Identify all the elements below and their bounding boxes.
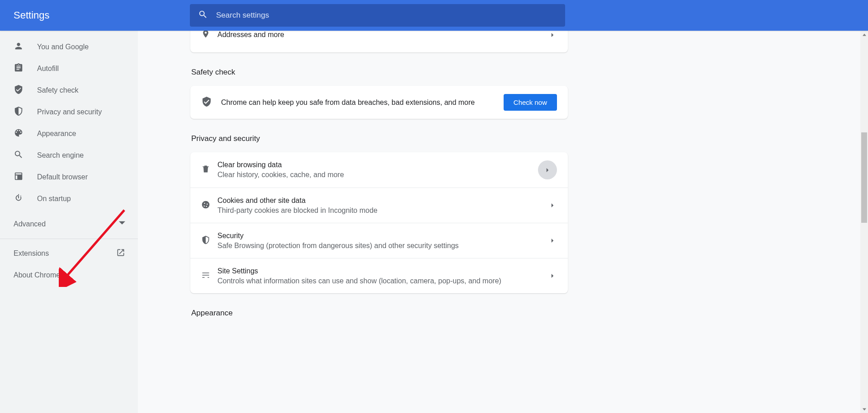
- sidebar-item-label: Search engine: [37, 151, 84, 160]
- scroll-up-button[interactable]: [860, 31, 868, 38]
- cookies-row[interactable]: Cookies and other site data Third-party …: [190, 188, 568, 223]
- sidebar-item-search-engine[interactable]: Search engine: [0, 145, 138, 166]
- shield-icon: [201, 235, 210, 246]
- chevron-right-icon: [548, 203, 557, 207]
- sidebar-advanced-toggle[interactable]: Advanced: [0, 213, 138, 235]
- row-title: Security: [217, 231, 548, 241]
- sidebar-item-extensions[interactable]: Extensions: [0, 243, 138, 264]
- person-icon: [14, 41, 37, 53]
- page-title: Settings: [14, 9, 50, 21]
- row-subtitle: Safe Browsing (protection from dangerous…: [217, 241, 548, 251]
- row-title: Clear browsing data: [217, 160, 538, 170]
- row-title: Site Settings: [217, 266, 548, 276]
- sidebar-item-label: On startup: [37, 195, 71, 203]
- sidebar-divider: [0, 239, 138, 239]
- location-icon: [201, 31, 210, 40]
- palette-icon: [14, 128, 37, 140]
- row-title: Cookies and other site data: [217, 196, 548, 206]
- search-container[interactable]: [190, 4, 565, 27]
- search-input[interactable]: [216, 11, 557, 20]
- scroll-down-button[interactable]: [860, 405, 868, 413]
- shield-icon: [14, 106, 37, 118]
- safety-check-row: Chrome can help keep you safe from data …: [190, 86, 568, 119]
- clipboard-icon: [14, 63, 37, 75]
- main-content: Addresses and more Safety check Chrome c…: [138, 31, 861, 413]
- sidebar-item-label: Default browser: [37, 173, 88, 181]
- privacy-card: Clear browsing data Clear history, cooki…: [190, 152, 568, 293]
- sidebar-item-safety-check[interactable]: Safety check: [0, 80, 138, 101]
- sidebar: You and Google Autofill Safety check Pri…: [0, 31, 138, 413]
- chevron-right-icon: [538, 160, 557, 179]
- row-subtitle: Controls what information sites can use …: [217, 276, 548, 286]
- sidebar-item-label: Safety check: [37, 86, 79, 94]
- browser-icon: [14, 171, 37, 183]
- sliders-icon: [201, 271, 210, 282]
- section-appearance-title: Appearance: [191, 309, 568, 318]
- chevron-down-icon: [119, 220, 125, 228]
- sidebar-item-default-browser[interactable]: Default browser: [0, 166, 138, 188]
- addresses-row[interactable]: Addresses and more: [190, 31, 568, 52]
- external-link-icon: [116, 248, 125, 259]
- trash-icon: [201, 164, 210, 175]
- security-row[interactable]: Security Safe Browsing (protection from …: [190, 223, 568, 258]
- sidebar-item-about-chrome[interactable]: About Chrome: [0, 264, 138, 286]
- power-icon: [14, 193, 37, 205]
- header-bar: Settings: [0, 0, 868, 31]
- search-icon: [14, 150, 37, 161]
- sidebar-item-appearance[interactable]: Appearance: [0, 123, 138, 145]
- vertical-scrollbar[interactable]: [860, 31, 868, 413]
- sidebar-item-label: Appearance: [37, 130, 76, 138]
- sidebar-item-label: Privacy and security: [37, 108, 102, 116]
- row-title: Addresses and more: [217, 31, 548, 40]
- chevron-right-icon: [548, 33, 557, 37]
- chevron-right-icon: [548, 239, 557, 243]
- about-label: About Chrome: [14, 271, 60, 279]
- extensions-label: Extensions: [14, 249, 49, 258]
- shield-check-icon: [201, 96, 212, 109]
- sidebar-item-label: Autofill: [37, 65, 59, 73]
- sidebar-item-autofill[interactable]: Autofill: [0, 58, 138, 80]
- autofill-card-partial: Addresses and more: [190, 31, 568, 52]
- section-privacy-title: Privacy and security: [191, 134, 568, 143]
- sidebar-item-label: You and Google: [37, 43, 89, 51]
- check-now-button[interactable]: Check now: [504, 94, 557, 111]
- clear-browsing-data-row[interactable]: Clear browsing data Clear history, cooki…: [190, 152, 568, 188]
- scrollbar-thumb[interactable]: [861, 132, 867, 223]
- advanced-label: Advanced: [14, 220, 46, 228]
- row-subtitle: Clear history, cookies, cache, and more: [217, 170, 538, 180]
- chevron-right-icon: [548, 274, 557, 278]
- sidebar-item-privacy-security[interactable]: Privacy and security: [0, 101, 138, 123]
- site-settings-row[interactable]: Site Settings Controls what information …: [190, 258, 568, 293]
- section-safety-check-title: Safety check: [191, 68, 568, 77]
- safety-check-text: Chrome can help keep you safe from data …: [221, 99, 504, 107]
- sidebar-item-you-and-google[interactable]: You and Google: [0, 36, 138, 58]
- row-subtitle: Third-party cookies are blocked in Incog…: [217, 206, 548, 216]
- sidebar-item-on-startup[interactable]: On startup: [0, 188, 138, 210]
- search-icon: [198, 9, 208, 21]
- cookie-icon: [201, 200, 210, 211]
- shield-check-icon: [14, 84, 37, 96]
- safety-check-card: Chrome can help keep you safe from data …: [190, 86, 568, 119]
